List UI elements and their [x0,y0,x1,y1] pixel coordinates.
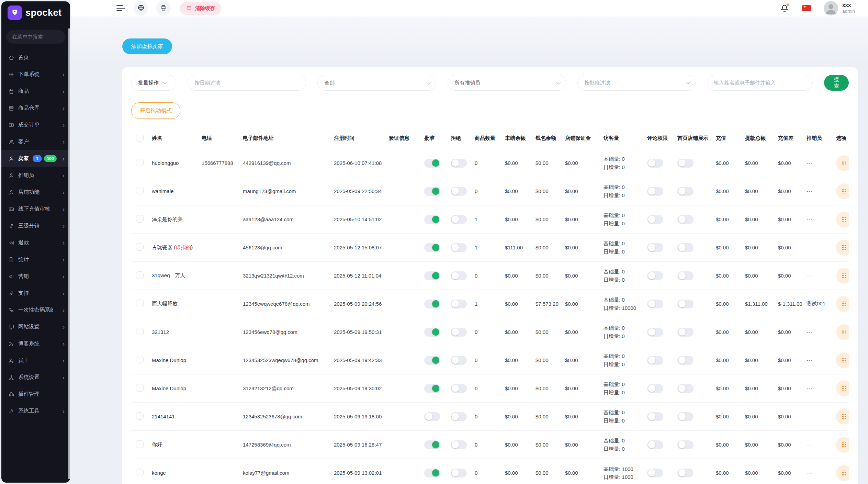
approve-toggle[interactable] [424,243,440,252]
sidebar-item[interactable]: 一次性密码系统› [1,302,70,318]
sidebar-item[interactable]: 推销员› [1,167,70,184]
homepage-display-toggle[interactable] [677,440,694,449]
comment-permission-toggle[interactable] [647,440,663,449]
sidebar-item[interactable]: 线下充值审核› [1,201,70,217]
sidebar-item[interactable]: 卖家1100› [1,150,70,167]
homepage-display-toggle[interactable] [677,412,694,421]
add-virtual-seller-button[interactable]: 添加虚拟卖家 [122,38,172,54]
sidebar-search-input[interactable]: 在菜单中搜索 [6,30,65,44]
approve-toggle[interactable] [424,440,440,449]
comment-permission-toggle[interactable] [647,412,663,421]
approve-toggle[interactable] [424,328,440,337]
comment-permission-toggle[interactable] [647,356,663,365]
sidebar-item[interactable]: 插件管理 [1,386,70,403]
comment-permission-toggle[interactable] [647,469,663,477]
reject-toggle[interactable] [451,412,467,421]
select-all-checkbox[interactable] [136,134,144,142]
sidebar-item[interactable]: 商品› [1,83,70,100]
sidebar-item[interactable]: 三级分销› [1,217,70,234]
bulk-action-dropdown[interactable]: 批量操作 [131,75,176,91]
sidebar-item[interactable]: 系统工具› [1,403,70,419]
approve-toggle[interactable] [424,412,440,421]
sidebar-scrollbar[interactable] [68,28,70,479]
sidebar-item[interactable]: 博客系统› [1,335,70,352]
sidebar-item[interactable]: 首页 [1,49,70,66]
row-options-button[interactable] [836,240,849,256]
homepage-display-toggle[interactable] [677,300,694,308]
homepage-display-toggle[interactable] [677,384,694,393]
reject-toggle[interactable] [451,271,467,280]
search-input[interactable]: 输入姓名或电子邮件并输入 [707,75,813,91]
row-checkbox[interactable] [136,384,144,392]
row-options-button[interactable] [836,183,849,199]
row-checkbox[interactable] [136,215,144,223]
clear-cache-button[interactable]: 清除缓存 [180,2,222,15]
search-button[interactable]: 搜索 [824,75,849,91]
approve-toggle[interactable] [424,271,440,280]
approve-toggle[interactable] [424,300,440,308]
reject-toggle[interactable] [451,356,467,365]
sidebar-item[interactable]: 营销› [1,268,70,285]
comment-permission-toggle[interactable] [647,328,663,337]
homepage-display-toggle[interactable] [677,356,694,365]
comment-permission-toggle[interactable] [647,215,663,224]
approval-filter-select[interactable]: 按批准过滤 [577,75,696,91]
reject-toggle[interactable] [451,187,467,196]
sidebar-item[interactable]: 商品仓库› [1,100,70,116]
reject-toggle[interactable] [451,159,467,168]
sidebar-item[interactable]: 店铺功能› [1,184,70,201]
row-options-button[interactable] [836,296,849,312]
drag-mode-button[interactable]: 开启拖动模式 [131,102,180,119]
comment-permission-toggle[interactable] [647,159,663,168]
row-checkbox[interactable] [136,187,144,194]
row-options-button[interactable] [836,155,849,171]
homepage-display-toggle[interactable] [677,159,694,168]
sidebar-item[interactable]: 成交订单› [1,116,70,133]
reject-toggle[interactable] [451,384,467,393]
comment-permission-toggle[interactable] [647,187,663,196]
all-filter-select[interactable]: 全部 [317,75,436,91]
row-checkbox[interactable] [136,271,144,279]
approve-toggle[interactable] [424,159,440,168]
reject-toggle[interactable] [451,328,467,337]
date-filter-input[interactable]: 按日期过滤 [188,75,306,91]
sidebar-item[interactable]: 系统设置› [1,369,70,386]
row-options-button[interactable] [836,465,849,481]
reject-toggle[interactable] [451,469,467,477]
row-options-button[interactable] [836,352,849,368]
approve-toggle[interactable] [424,469,440,477]
sidebar-item[interactable]: 客户› [1,133,70,150]
homepage-display-toggle[interactable] [677,243,694,252]
row-checkbox[interactable] [136,356,144,363]
homepage-display-toggle[interactable] [677,215,694,224]
row-options-button[interactable] [836,268,849,284]
row-checkbox[interactable] [136,159,144,166]
homepage-display-toggle[interactable] [677,271,694,280]
approve-toggle[interactable] [424,215,440,224]
sidebar-item[interactable]: 退款› [1,234,70,251]
sidebar-item[interactable]: 员工› [1,352,70,369]
menu-toggle-icon[interactable] [116,5,125,11]
reject-toggle[interactable] [451,215,467,224]
sidebar-item[interactable]: 统计› [1,251,70,268]
row-checkbox[interactable] [136,412,144,420]
approve-toggle[interactable] [424,356,440,365]
row-checkbox[interactable] [136,300,144,307]
row-options-button[interactable] [836,409,849,425]
homepage-display-toggle[interactable] [677,469,694,477]
row-options-button[interactable] [836,324,849,340]
reject-toggle[interactable] [451,300,467,308]
sidebar-item[interactable]: 下单系统› [1,66,70,83]
row-checkbox[interactable] [136,328,144,335]
row-checkbox[interactable] [136,440,144,448]
row-options-button[interactable] [836,381,849,396]
comment-permission-toggle[interactable] [647,271,663,280]
row-options-button[interactable] [836,437,849,453]
sidebar-item[interactable]: 网站设置› [1,318,70,335]
comment-permission-toggle[interactable] [647,243,663,252]
approve-toggle[interactable] [424,384,440,393]
row-checkbox[interactable] [136,469,144,476]
comment-permission-toggle[interactable] [647,384,663,393]
brand-logo[interactable]: spocket [1,1,70,24]
row-checkbox[interactable] [136,243,144,251]
